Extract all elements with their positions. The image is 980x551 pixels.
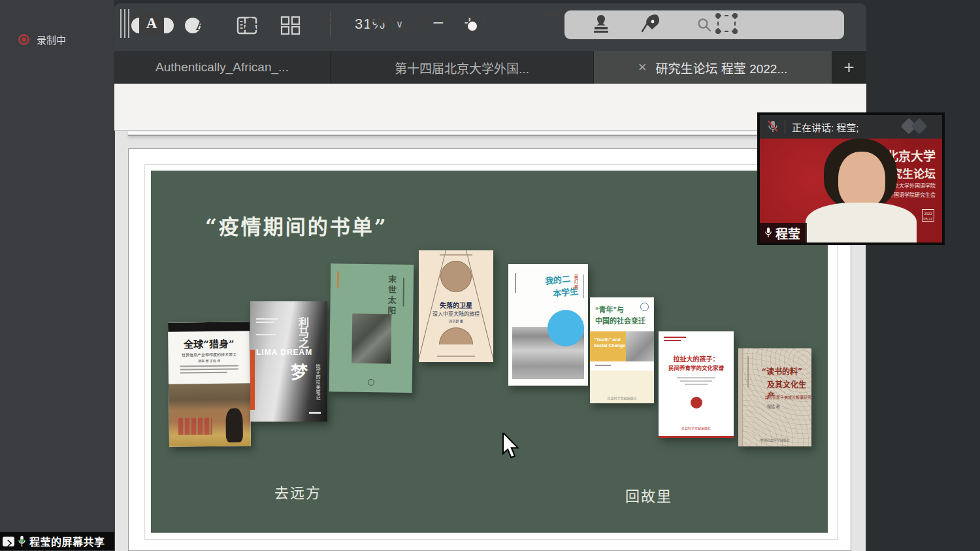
cover-dome	[439, 327, 473, 344]
text-style-button[interactable]: A	[137, 0, 166, 47]
tab-pku-forum-doc[interactable]: 第十四届北京大学外国...	[331, 51, 594, 84]
zoom-dropdown-chevron-icon[interactable]: ∨	[396, 18, 403, 30]
video-bg-text: 外国语学院研究生会	[889, 191, 936, 198]
cover-blue-circle	[547, 310, 584, 346]
selection-icon	[717, 15, 736, 32]
book-title: 末世太阳	[385, 275, 398, 316]
book-byline: 项飙 著 王迪 译	[169, 358, 250, 363]
cover-red-stripe	[250, 350, 255, 410]
screen: 录制中 31% ∨ − + Authentically_African_... …	[0, 0, 980, 551]
book-title: “读书的料”	[762, 365, 802, 376]
book-cover-lima-dream: LIMA DREAM 利马之 梦 晓宇的拉美笔记	[250, 301, 327, 422]
book-cover-global-body-shopping: 全球“猎身” 世界信息产业和印度的技术劳工 项飙 著 王迪 译	[168, 322, 251, 446]
stamp-icon	[590, 12, 612, 35]
highlight-a-icon: A	[195, 12, 210, 35]
cover-header-band	[168, 322, 250, 331]
book-cover-my-second-tier-students: 我的二 本学生 黄灯 著	[508, 264, 588, 386]
desktop-left-strip	[0, 0, 114, 551]
book-subtitle: 世界信息产业和印度的技术劳工	[168, 351, 250, 358]
strike-a-icon: A	[243, 12, 257, 35]
search-icon	[696, 17, 712, 33]
markup-toolbar	[114, 84, 866, 131]
book-cover-green-travelogue: 末世太阳	[329, 263, 414, 393]
text-tool-button[interactable]: T	[412, 0, 440, 47]
participant-body	[806, 203, 917, 242]
book-title: 全球“猎身”	[168, 336, 250, 350]
book-cover-children-brought-up: 拉扯大的孩子： 民间养育学的文化家谱 社会科学文献出版社	[659, 331, 734, 438]
cover-photo	[351, 314, 391, 364]
mic-icon	[764, 227, 773, 239]
cover-spine	[738, 348, 743, 446]
participant-video: 届北京大学 研究生论坛 北京大学外国语学院 外国语学院研究生会 2022 05.…	[760, 139, 942, 242]
cover-red-seal	[691, 397, 702, 409]
book-title-char: 梦	[291, 359, 308, 383]
eraser-icon	[365, 13, 387, 34]
publisher-logo	[367, 379, 374, 386]
book-title: 失落的卫星	[419, 300, 493, 310]
speaking-label: 正在讲话: 程莹;	[792, 120, 859, 134]
mic-level-icon	[17, 535, 27, 548]
previous-page-edge	[128, 131, 851, 136]
signature-button[interactable]	[636, 0, 665, 47]
cover-yellow-band: “Youth” and Social Change	[590, 331, 654, 361]
recording-label: 录制中	[37, 33, 66, 46]
cover-circle-top	[440, 261, 472, 292]
book-cover-lost-satellite: 失落的卫星 深入中亚大陆的旅程 刘子超 著	[419, 250, 493, 362]
book-title: 我的二	[544, 272, 571, 287]
strikethrough-text-button[interactable]: A	[236, 0, 265, 47]
book-title: 利马之	[295, 317, 310, 348]
book-subtitle: 当代农家子弟成长叙事研究	[764, 394, 811, 400]
video-bg-date-stamp: 2022 05.21	[922, 209, 934, 222]
cover-photo	[169, 383, 251, 446]
cover-corner-mark	[337, 271, 339, 288]
note-icon	[539, 12, 563, 35]
highlight-text-button[interactable]: A	[188, 0, 217, 47]
record-icon	[18, 34, 29, 45]
sketch-button[interactable]	[312, 0, 341, 47]
publisher-name: 中国社会科学出版社	[738, 437, 811, 442]
tab-authentically-african[interactable]: Authentically_African_...	[114, 51, 331, 84]
stamp-button[interactable]	[587, 0, 615, 47]
mic-muted-icon	[766, 120, 779, 134]
tab-bar: Authentically_African_... 第十四届北京大学外国... …	[114, 51, 866, 84]
tab-close-icon[interactable]: ×	[638, 59, 647, 76]
book-cover-material-for-study: “读书的料” 及其文化生产 当代农家子弟成长叙事研究 程猛 著 中国社会科学出版…	[738, 348, 811, 446]
participant-face	[838, 152, 885, 208]
screen-share-icon	[3, 537, 14, 546]
new-tab-button[interactable]: +	[832, 51, 866, 84]
participant-name: 程莹	[776, 224, 800, 242]
overlay-divider	[785, 120, 785, 134]
note-button[interactable]	[536, 0, 565, 47]
book-byline: 程猛 著	[767, 403, 780, 409]
tab-graduate-forum-active[interactable]: × 研究生论坛 程莹 2022...	[594, 51, 832, 84]
book-title: 拉扯大的孩子：	[659, 354, 734, 363]
participant-name-tag: 程莹	[760, 223, 807, 242]
book-side-text: 晓宇的拉美笔记	[314, 364, 321, 401]
recording-indicator: 录制中	[18, 33, 66, 46]
shapes-button[interactable]	[462, 0, 491, 47]
text-tool-icon: T	[419, 11, 433, 36]
book-cover-youth-and-social-change: “青年”与 中国的社会变迁 “Youth” and Social Change …	[590, 297, 654, 403]
book-title: 民间养育学的文化家谱	[659, 363, 734, 371]
eraser-button[interactable]	[362, 0, 391, 47]
publisher-name: 社会科学文献出版社	[590, 395, 654, 400]
book-english-title: LIMA DREAM	[256, 348, 312, 357]
overlay-titlebar: 正在讲话: 程莹;	[760, 115, 942, 139]
grid-icon	[280, 15, 302, 36]
book-english-title: “Youth” and Social Change	[594, 337, 627, 348]
thumbnail-view-button[interactable]	[280, 15, 302, 39]
cover-photo	[626, 331, 654, 361]
text-style-icon: A	[139, 11, 164, 36]
video-overlay[interactable]: 正在讲话: 程莹; 届北京大学 研究生论坛 北京大学外国语学院 外国语学院研究生…	[757, 112, 945, 245]
book-title: 中国的社会变迁	[595, 315, 645, 326]
group-label-travel: 去远方	[274, 481, 321, 502]
toolbar-drag-handle[interactable]	[116, 0, 133, 47]
publisher-logo	[640, 303, 649, 311]
book-title-block: 失落的卫星 深入中亚大陆的旅程 刘子超 著	[419, 300, 493, 323]
book-subtitle: 深入中亚大陆的旅程	[419, 310, 493, 317]
shapes-icon	[465, 13, 488, 34]
selection-button[interactable]	[712, 0, 741, 47]
book-byline: 黄灯 著	[572, 275, 579, 290]
slide-title: “疫情期间的书单”	[205, 210, 388, 240]
meeting-app-logo-icon	[903, 120, 933, 135]
